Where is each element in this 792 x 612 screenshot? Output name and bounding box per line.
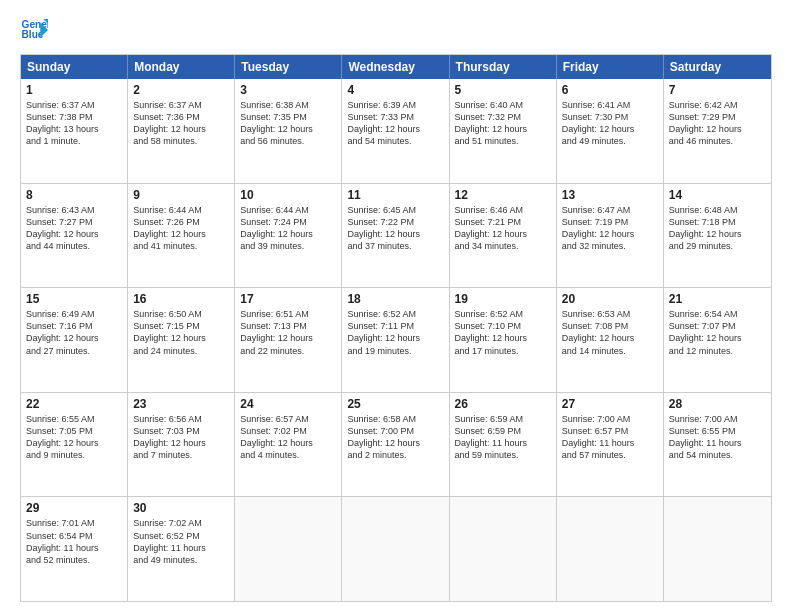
calendar-cell <box>342 497 449 601</box>
logo-icon: General Blue <box>20 16 48 44</box>
cell-text: Sunrise: 6:41 AM Sunset: 7:30 PM Dayligh… <box>562 99 658 148</box>
day-number: 7 <box>669 83 766 97</box>
cell-text: Sunrise: 6:51 AM Sunset: 7:13 PM Dayligh… <box>240 308 336 357</box>
day-number: 9 <box>133 188 229 202</box>
cell-text: Sunrise: 6:44 AM Sunset: 7:24 PM Dayligh… <box>240 204 336 253</box>
calendar-cell: 26Sunrise: 6:59 AM Sunset: 6:59 PM Dayli… <box>450 393 557 497</box>
calendar-header-cell: Wednesday <box>342 55 449 79</box>
calendar-cell <box>450 497 557 601</box>
calendar-header-cell: Monday <box>128 55 235 79</box>
cell-text: Sunrise: 6:54 AM Sunset: 7:07 PM Dayligh… <box>669 308 766 357</box>
calendar-cell: 14Sunrise: 6:48 AM Sunset: 7:18 PM Dayli… <box>664 184 771 288</box>
calendar-cell: 12Sunrise: 6:46 AM Sunset: 7:21 PM Dayli… <box>450 184 557 288</box>
calendar-cell: 15Sunrise: 6:49 AM Sunset: 7:16 PM Dayli… <box>21 288 128 392</box>
cell-text: Sunrise: 7:02 AM Sunset: 6:52 PM Dayligh… <box>133 517 229 566</box>
calendar-cell: 29Sunrise: 7:01 AM Sunset: 6:54 PM Dayli… <box>21 497 128 601</box>
day-number: 4 <box>347 83 443 97</box>
cell-text: Sunrise: 6:50 AM Sunset: 7:15 PM Dayligh… <box>133 308 229 357</box>
cell-text: Sunrise: 6:56 AM Sunset: 7:03 PM Dayligh… <box>133 413 229 462</box>
cell-text: Sunrise: 6:39 AM Sunset: 7:33 PM Dayligh… <box>347 99 443 148</box>
cell-text: Sunrise: 6:37 AM Sunset: 7:38 PM Dayligh… <box>26 99 122 148</box>
calendar-cell: 7Sunrise: 6:42 AM Sunset: 7:29 PM Daylig… <box>664 79 771 183</box>
cell-text: Sunrise: 6:57 AM Sunset: 7:02 PM Dayligh… <box>240 413 336 462</box>
day-number: 16 <box>133 292 229 306</box>
cell-text: Sunrise: 6:48 AM Sunset: 7:18 PM Dayligh… <box>669 204 766 253</box>
day-number: 11 <box>347 188 443 202</box>
day-number: 21 <box>669 292 766 306</box>
cell-text: Sunrise: 6:52 AM Sunset: 7:10 PM Dayligh… <box>455 308 551 357</box>
calendar-row: 8Sunrise: 6:43 AM Sunset: 7:27 PM Daylig… <box>21 183 771 288</box>
calendar-row: 22Sunrise: 6:55 AM Sunset: 7:05 PM Dayli… <box>21 392 771 497</box>
calendar-header-cell: Friday <box>557 55 664 79</box>
calendar-cell: 18Sunrise: 6:52 AM Sunset: 7:11 PM Dayli… <box>342 288 449 392</box>
calendar-cell <box>664 497 771 601</box>
day-number: 15 <box>26 292 122 306</box>
calendar-cell: 10Sunrise: 6:44 AM Sunset: 7:24 PM Dayli… <box>235 184 342 288</box>
calendar-cell: 3Sunrise: 6:38 AM Sunset: 7:35 PM Daylig… <box>235 79 342 183</box>
cell-text: Sunrise: 6:45 AM Sunset: 7:22 PM Dayligh… <box>347 204 443 253</box>
day-number: 2 <box>133 83 229 97</box>
calendar-cell: 4Sunrise: 6:39 AM Sunset: 7:33 PM Daylig… <box>342 79 449 183</box>
cell-text: Sunrise: 6:38 AM Sunset: 7:35 PM Dayligh… <box>240 99 336 148</box>
calendar-cell: 8Sunrise: 6:43 AM Sunset: 7:27 PM Daylig… <box>21 184 128 288</box>
day-number: 19 <box>455 292 551 306</box>
day-number: 3 <box>240 83 336 97</box>
day-number: 8 <box>26 188 122 202</box>
calendar-header-cell: Sunday <box>21 55 128 79</box>
cell-text: Sunrise: 6:46 AM Sunset: 7:21 PM Dayligh… <box>455 204 551 253</box>
calendar-cell: 19Sunrise: 6:52 AM Sunset: 7:10 PM Dayli… <box>450 288 557 392</box>
day-number: 18 <box>347 292 443 306</box>
cell-text: Sunrise: 6:49 AM Sunset: 7:16 PM Dayligh… <box>26 308 122 357</box>
cell-text: Sunrise: 6:42 AM Sunset: 7:29 PM Dayligh… <box>669 99 766 148</box>
cell-text: Sunrise: 7:00 AM Sunset: 6:57 PM Dayligh… <box>562 413 658 462</box>
day-number: 28 <box>669 397 766 411</box>
day-number: 12 <box>455 188 551 202</box>
calendar-cell: 30Sunrise: 7:02 AM Sunset: 6:52 PM Dayli… <box>128 497 235 601</box>
calendar-cell: 11Sunrise: 6:45 AM Sunset: 7:22 PM Dayli… <box>342 184 449 288</box>
calendar-cell: 2Sunrise: 6:37 AM Sunset: 7:36 PM Daylig… <box>128 79 235 183</box>
cell-text: Sunrise: 6:52 AM Sunset: 7:11 PM Dayligh… <box>347 308 443 357</box>
calendar-cell: 21Sunrise: 6:54 AM Sunset: 7:07 PM Dayli… <box>664 288 771 392</box>
cell-text: Sunrise: 6:37 AM Sunset: 7:36 PM Dayligh… <box>133 99 229 148</box>
logo: General Blue <box>20 16 52 44</box>
calendar-cell <box>235 497 342 601</box>
cell-text: Sunrise: 6:47 AM Sunset: 7:19 PM Dayligh… <box>562 204 658 253</box>
calendar-cell: 9Sunrise: 6:44 AM Sunset: 7:26 PM Daylig… <box>128 184 235 288</box>
cell-text: Sunrise: 6:40 AM Sunset: 7:32 PM Dayligh… <box>455 99 551 148</box>
calendar-cell: 25Sunrise: 6:58 AM Sunset: 7:00 PM Dayli… <box>342 393 449 497</box>
day-number: 14 <box>669 188 766 202</box>
cell-text: Sunrise: 6:43 AM Sunset: 7:27 PM Dayligh… <box>26 204 122 253</box>
cell-text: Sunrise: 6:59 AM Sunset: 6:59 PM Dayligh… <box>455 413 551 462</box>
calendar-cell: 28Sunrise: 7:00 AM Sunset: 6:55 PM Dayli… <box>664 393 771 497</box>
calendar-cell: 16Sunrise: 6:50 AM Sunset: 7:15 PM Dayli… <box>128 288 235 392</box>
calendar-header-cell: Tuesday <box>235 55 342 79</box>
cell-text: Sunrise: 6:44 AM Sunset: 7:26 PM Dayligh… <box>133 204 229 253</box>
cell-text: Sunrise: 7:01 AM Sunset: 6:54 PM Dayligh… <box>26 517 122 566</box>
day-number: 17 <box>240 292 336 306</box>
cell-text: Sunrise: 6:55 AM Sunset: 7:05 PM Dayligh… <box>26 413 122 462</box>
calendar-header-cell: Thursday <box>450 55 557 79</box>
calendar-cell: 1Sunrise: 6:37 AM Sunset: 7:38 PM Daylig… <box>21 79 128 183</box>
calendar-cell: 6Sunrise: 6:41 AM Sunset: 7:30 PM Daylig… <box>557 79 664 183</box>
day-number: 27 <box>562 397 658 411</box>
page-header: General Blue <box>20 16 772 44</box>
calendar: SundayMondayTuesdayWednesdayThursdayFrid… <box>20 54 772 602</box>
day-number: 1 <box>26 83 122 97</box>
day-number: 22 <box>26 397 122 411</box>
calendar-cell: 24Sunrise: 6:57 AM Sunset: 7:02 PM Dayli… <box>235 393 342 497</box>
day-number: 30 <box>133 501 229 515</box>
day-number: 6 <box>562 83 658 97</box>
calendar-cell: 13Sunrise: 6:47 AM Sunset: 7:19 PM Dayli… <box>557 184 664 288</box>
day-number: 26 <box>455 397 551 411</box>
calendar-cell: 5Sunrise: 6:40 AM Sunset: 7:32 PM Daylig… <box>450 79 557 183</box>
day-number: 5 <box>455 83 551 97</box>
cell-text: Sunrise: 7:00 AM Sunset: 6:55 PM Dayligh… <box>669 413 766 462</box>
cell-text: Sunrise: 6:53 AM Sunset: 7:08 PM Dayligh… <box>562 308 658 357</box>
day-number: 13 <box>562 188 658 202</box>
calendar-cell: 20Sunrise: 6:53 AM Sunset: 7:08 PM Dayli… <box>557 288 664 392</box>
calendar-cell: 27Sunrise: 7:00 AM Sunset: 6:57 PM Dayli… <box>557 393 664 497</box>
calendar-cell <box>557 497 664 601</box>
calendar-row: 29Sunrise: 7:01 AM Sunset: 6:54 PM Dayli… <box>21 496 771 601</box>
day-number: 20 <box>562 292 658 306</box>
day-number: 23 <box>133 397 229 411</box>
